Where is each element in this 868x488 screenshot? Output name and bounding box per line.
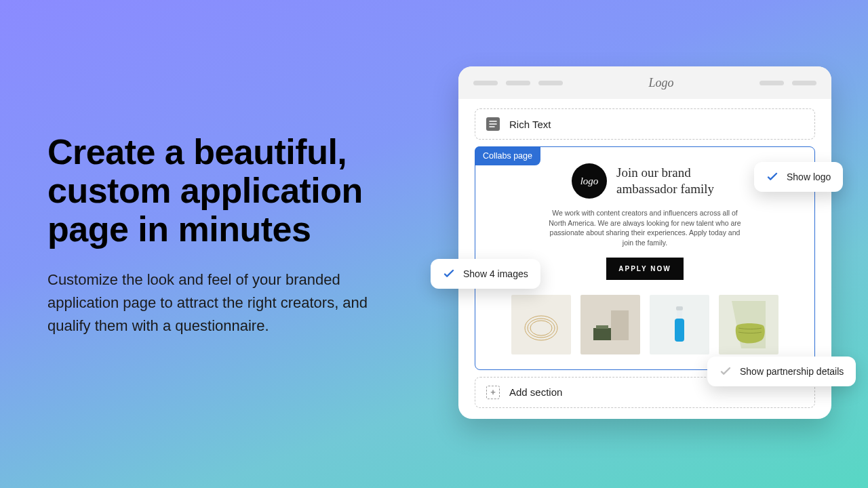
chip-label: Show 4 images [463, 268, 528, 279]
brand-title: Join our brand ambassador family [616, 165, 718, 197]
check-icon [766, 171, 778, 183]
rich-text-icon [486, 117, 500, 131]
placeholder-pill [760, 81, 784, 85]
chip-label: Show partnership details [740, 366, 844, 377]
hero-title: Create a beautiful, custom application p… [47, 133, 400, 249]
plus-icon: + [486, 386, 500, 399]
product-thumb [719, 295, 778, 354]
svg-rect-4 [593, 328, 611, 340]
svg-rect-6 [675, 319, 684, 342]
svg-rect-5 [596, 325, 608, 329]
product-thumb [511, 295, 571, 354]
toggle-show-logo[interactable]: Show logo [754, 162, 843, 192]
chip-label: Show logo [787, 171, 831, 182]
svg-point-0 [525, 316, 557, 340]
section-rich-text[interactable]: Rich Text [475, 108, 815, 140]
placeholder-pill [506, 81, 530, 85]
product-thumb [580, 295, 640, 354]
collabs-tag: Collabs page [475, 146, 540, 165]
topbar-left-placeholders [473, 81, 563, 85]
editor-logo-text: Logo [648, 76, 673, 90]
product-thumb [650, 295, 709, 354]
svg-point-1 [528, 319, 555, 338]
rich-text-label: Rich Text [509, 119, 551, 130]
check-icon [443, 268, 455, 280]
placeholder-pill [792, 81, 816, 85]
svg-rect-3 [611, 310, 629, 340]
topbar-right-placeholders [760, 81, 816, 85]
brand-logo-circle: logo [572, 163, 607, 199]
product-image-row [489, 295, 801, 354]
editor-topbar: Logo [458, 66, 831, 99]
check-icon [719, 365, 732, 378]
apply-now-button[interactable]: APPLY NOW [606, 258, 683, 280]
toggle-show-partnership-details[interactable]: Show partnership details [707, 357, 856, 386]
svg-rect-7 [677, 309, 682, 319]
hero-copy: Create a beautiful, custom application p… [47, 133, 400, 338]
hero-body: Customize the look and feel of your bran… [47, 268, 400, 338]
svg-point-2 [530, 321, 552, 336]
toggle-show-images[interactable]: Show 4 images [431, 259, 540, 289]
placeholder-pill [473, 81, 498, 85]
placeholder-pill [538, 81, 563, 85]
brand-blurb: We work with content creators and influe… [543, 208, 747, 248]
marketing-stage: Create a beautiful, custom application p… [0, 0, 868, 488]
svg-rect-8 [676, 306, 683, 310]
add-section-label: Add section [509, 386, 562, 398]
